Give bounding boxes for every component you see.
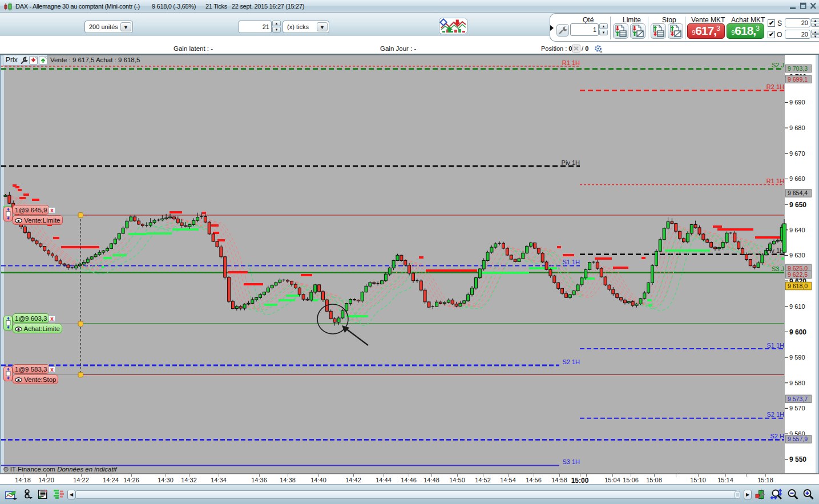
svg-text:S2 1H: S2 1H	[766, 411, 784, 418]
svg-text:9 580: 9 580	[789, 380, 805, 386]
svg-text:Piv 1H: Piv 1H	[766, 247, 784, 254]
svg-text:S1 1H: S1 1H	[562, 259, 580, 265]
svg-text:9 650: 9 650	[789, 201, 806, 209]
svg-text:9 590: 9 590	[789, 354, 805, 361]
svg-text:S1 1H: S1 1H	[766, 342, 784, 349]
svg-text:9 699,1: 9 699,1	[788, 76, 808, 83]
svg-text:9 654,4: 9 654,4	[788, 189, 808, 196]
svg-text:S2 J: S2 J	[772, 62, 784, 68]
svg-text:9 680: 9 680	[789, 124, 805, 131]
svg-text:9 670: 9 670	[789, 150, 805, 157]
svg-text:9 622,5: 9 622,5	[788, 271, 808, 278]
svg-text:9 690: 9 690	[789, 99, 805, 106]
svg-text:S3 1H: S3 1H	[562, 458, 580, 465]
svg-text:9 557,9: 9 557,9	[788, 436, 808, 442]
svg-text:S2 H: S2 H	[770, 433, 785, 440]
svg-text:9 660: 9 660	[789, 175, 805, 182]
svg-text:S2 1H: S2 1H	[562, 358, 580, 365]
svg-text:9 630: 9 630	[789, 252, 805, 259]
svg-text:9 703,3: 9 703,3	[788, 65, 808, 72]
svg-text:9 640: 9 640	[789, 227, 805, 233]
svg-text:9 550: 9 550	[789, 455, 806, 463]
svg-text:9 600: 9 600	[789, 328, 806, 336]
svg-text:R1 1H: R1 1H	[766, 178, 784, 184]
svg-text:R1 1H: R1 1H	[562, 59, 580, 66]
svg-text:9 570: 9 570	[789, 405, 805, 412]
svg-text:Piv 1H: Piv 1H	[562, 159, 580, 166]
svg-text:R2 1H: R2 1H	[766, 83, 784, 90]
svg-text:9 573,7: 9 573,7	[788, 396, 808, 402]
svg-text:9 610: 9 610	[789, 303, 805, 310]
svg-text:9 618,0: 9 618,0	[788, 283, 808, 289]
svg-text:© IT-Finance.com Données en in: © IT-Finance.com Données en indicatif	[3, 466, 118, 473]
svg-text:S3 J: S3 J	[772, 265, 784, 272]
